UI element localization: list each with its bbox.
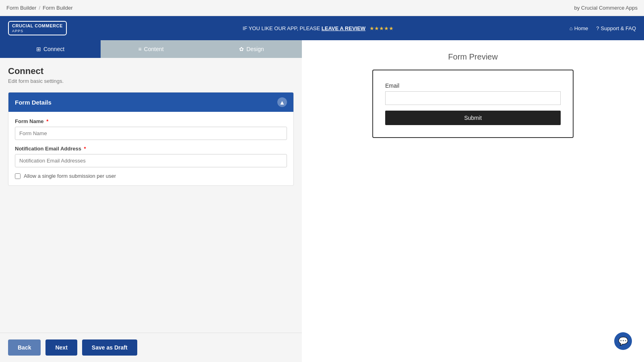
breadcrumb: Form Builder / Form Builder bbox=[6, 5, 72, 11]
card-collapse-button[interactable]: ▲ bbox=[277, 97, 287, 107]
nav-home[interactable]: ⌂ Home bbox=[570, 25, 588, 31]
section-subtitle: Edit form basic settings. bbox=[8, 78, 294, 84]
notification-required: * bbox=[84, 146, 86, 152]
back-button[interactable]: Back bbox=[8, 339, 41, 356]
single-submission-checkbox[interactable] bbox=[15, 173, 21, 179]
connect-tab-label: Connect bbox=[43, 46, 64, 52]
logo-area: CRUCIAL COMMERCE APPS bbox=[8, 21, 67, 35]
support-icon: ? bbox=[596, 25, 599, 31]
logo-bar: CRUCIAL COMMERCE APPS IF YOU LIKE OUR AP… bbox=[0, 16, 644, 40]
tab-design[interactable]: ✿ Design bbox=[201, 40, 302, 58]
section-title: Connect bbox=[8, 66, 294, 76]
main-layout: ⊞ Connect ≡ Content ✿ Design Connect Edi… bbox=[0, 40, 644, 362]
logo-title-line2: APPS bbox=[12, 29, 23, 33]
chat-bubble-button[interactable]: 💬 bbox=[614, 332, 632, 350]
home-icon: ⌂ bbox=[570, 25, 573, 31]
form-name-label: Form Name * bbox=[15, 118, 287, 124]
logo-bar-nav: ⌂ Home ? Support & FAQ bbox=[570, 25, 636, 31]
form-details-card: Form Details ▲ Form Name * bbox=[8, 92, 294, 186]
breadcrumb-sep: / bbox=[39, 5, 40, 11]
single-submission-label: Allow a single form submission per user bbox=[24, 173, 116, 179]
left-panel: ⊞ Connect ≡ Content ✿ Design Connect Edi… bbox=[0, 40, 302, 362]
nav-home-label: Home bbox=[574, 25, 588, 31]
promo-text: IF YOU LIKE OUR APP, PLEASE bbox=[243, 25, 320, 31]
save-draft-button[interactable]: Save as Draft bbox=[82, 339, 137, 356]
notification-email-input[interactable] bbox=[15, 154, 287, 167]
form-name-input[interactable] bbox=[15, 127, 287, 140]
nav-support-label: Support & FAQ bbox=[601, 25, 636, 31]
notification-email-label: Notification Email Address * bbox=[15, 146, 287, 152]
preview-title: Form Preview bbox=[448, 52, 497, 62]
connect-tab-icon: ⊞ bbox=[36, 46, 41, 52]
form-preview-box: Email Submit bbox=[372, 70, 574, 138]
chat-icon: 💬 bbox=[618, 336, 628, 346]
form-name-required: * bbox=[46, 118, 48, 124]
next-button[interactable]: Next bbox=[45, 339, 77, 356]
stars: ★★★★★ bbox=[369, 25, 394, 31]
preview-email-input[interactable] bbox=[385, 91, 561, 105]
content-tab-label: Content bbox=[144, 46, 164, 52]
card-body: Form Name * Notification Email Address * bbox=[8, 112, 293, 185]
logo-title-line1: CRUCIAL COMMERCE bbox=[12, 23, 63, 29]
content-tab-icon: ≡ bbox=[138, 46, 141, 52]
notification-email-group: Notification Email Address * bbox=[15, 146, 287, 167]
form-name-group: Form Name * bbox=[15, 118, 287, 140]
tabs-bar: ⊞ Connect ≡ Content ✿ Design bbox=[0, 40, 302, 58]
promo-link[interactable]: LEAVE A REVIEW bbox=[322, 25, 365, 31]
card-header-title: Form Details bbox=[15, 99, 52, 106]
preview-submit-button[interactable]: Submit bbox=[385, 111, 561, 125]
logo-box: CRUCIAL COMMERCE APPS bbox=[8, 21, 67, 35]
top-bar: Form Builder / Form Builder by Crucial C… bbox=[0, 0, 644, 16]
tab-content[interactable]: ≡ Content bbox=[101, 40, 201, 58]
tab-connect[interactable]: ⊞ Connect bbox=[0, 40, 101, 58]
design-tab-icon: ✿ bbox=[239, 46, 244, 52]
top-bar-branding: by Crucial Commerce Apps bbox=[574, 5, 638, 11]
card-header: Form Details ▲ bbox=[8, 93, 293, 112]
bottom-bar: Back Next Save as Draft bbox=[0, 333, 302, 362]
nav-support[interactable]: ? Support & FAQ bbox=[596, 25, 636, 31]
breadcrumb-item-1[interactable]: Form Builder bbox=[6, 5, 36, 11]
design-tab-label: Design bbox=[246, 46, 264, 52]
chevron-up-icon: ▲ bbox=[279, 99, 285, 106]
preview-email-label: Email bbox=[385, 82, 561, 89]
single-submission-row: Allow a single form submission per user bbox=[15, 173, 287, 179]
right-panel: Form Preview Email Submit bbox=[302, 40, 644, 362]
promo-banner: IF YOU LIKE OUR APP, PLEASE LEAVE A REVI… bbox=[243, 25, 394, 31]
breadcrumb-item-2[interactable]: Form Builder bbox=[43, 5, 72, 11]
content-area: Connect Edit form basic settings. Form D… bbox=[0, 58, 302, 333]
